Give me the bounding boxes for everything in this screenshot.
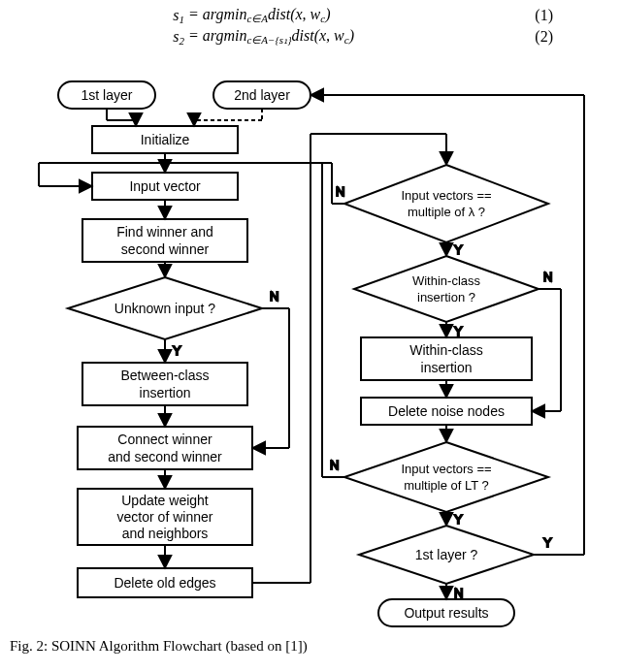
equation-number-2: (2)	[495, 28, 553, 46]
svg-text:2nd layer: 2nd layer	[234, 87, 290, 103]
equation-2: s2 = argminc∈A−{s₁}dist(x, wc) (2)	[68, 27, 553, 47]
node-delete-noise: Delete noise nodes	[361, 398, 532, 425]
svg-text:Between-class: Between-class	[120, 368, 209, 383]
node-first-layer: 1st layer	[58, 81, 155, 109]
svg-text:and second winner: and second winner	[108, 449, 222, 464]
node-input-vector: Input vector	[92, 173, 238, 200]
svg-marker-36	[344, 442, 548, 512]
equation-1: s1 = argminc∈Adist(x, wc) (1)	[68, 6, 553, 25]
svg-text:Initialize: Initialize	[141, 132, 190, 147]
node-between-class-insertion: Between-class insertion	[82, 363, 247, 405]
svg-text:insertion ?: insertion ?	[417, 290, 475, 304]
svg-text:Delete noise nodes: Delete noise nodes	[388, 403, 505, 419]
svg-text:Y: Y	[173, 343, 181, 358]
svg-text:Within-class: Within-class	[412, 273, 481, 288]
node-second-layer: 2nd layer	[213, 81, 310, 109]
node-within-class-question: Within-class insertion ?	[354, 256, 539, 322]
node-output-results: Output results	[378, 599, 514, 626]
svg-text:N: N	[336, 184, 344, 199]
node-initialize: Initialize	[92, 126, 238, 153]
svg-text:Y: Y	[454, 324, 463, 338]
node-multiple-of-lambda: Input vectors == multiple of λ ?	[344, 165, 548, 242]
svg-text:Unknown input ?: Unknown input ?	[114, 301, 216, 316]
node-update-weight: Update weight vector of winner and neigh…	[78, 489, 252, 545]
svg-text:1st layer: 1st layer	[82, 87, 133, 103]
node-first-layer-question: 1st layer ?	[359, 526, 534, 584]
svg-text:multiple of λ ?: multiple of λ ?	[408, 205, 485, 219]
node-find-winner: Find winner and second winner	[82, 219, 247, 262]
svg-text:Y: Y	[543, 535, 552, 550]
svg-text:Input vectors ==: Input vectors ==	[401, 462, 491, 476]
svg-text:Find winner and: Find winner and	[116, 224, 213, 240]
svg-text:multiple of LT ?: multiple of LT ?	[404, 478, 489, 493]
svg-text:insertion: insertion	[421, 360, 473, 375]
node-connect-winner: Connect winner and second winner	[78, 427, 252, 469]
equation-number-1: (1)	[495, 7, 553, 24]
node-unknown-input: Unknown input ?	[68, 277, 262, 339]
svg-text:Input vectors ==: Input vectors ==	[401, 188, 491, 203]
svg-text:Input vector: Input vector	[129, 178, 200, 194]
svg-text:N: N	[454, 586, 463, 600]
svg-text:N: N	[330, 458, 339, 472]
node-within-class-insertion: Within-class insertion	[361, 337, 532, 380]
svg-text:1st layer ?: 1st layer ?	[415, 547, 478, 562]
svg-text:Output results: Output results	[404, 605, 488, 621]
svg-text:Y: Y	[454, 512, 463, 527]
svg-text:vector of winner: vector of winner	[117, 509, 213, 525]
svg-text:Update weight: Update weight	[121, 493, 209, 508]
svg-marker-25	[344, 165, 548, 242]
svg-text:insertion: insertion	[140, 385, 191, 400]
equations-block: s1 = argminc∈Adist(x, wc) (1) s2 = argmi…	[68, 6, 553, 47]
svg-text:Within-class: Within-class	[409, 342, 482, 358]
node-multiple-of-lt: Input vectors == multiple of LT ?	[344, 442, 548, 512]
svg-text:Connect winner: Connect winner	[117, 432, 212, 447]
svg-text:N: N	[270, 289, 278, 304]
svg-text:N: N	[543, 270, 552, 284]
svg-text:Delete old edges: Delete old edges	[114, 575, 215, 591]
flowchart: 1st layer 2nd layer Initialize Input vec…	[19, 76, 602, 632]
svg-text:second winner: second winner	[121, 241, 210, 257]
figure-caption: Fig. 2: SOINN Algorithm Flowchart (based…	[10, 638, 611, 655]
svg-text:and neighbors: and neighbors	[122, 526, 209, 541]
svg-marker-28	[354, 256, 539, 322]
node-delete-old-edges: Delete old edges	[78, 568, 252, 597]
svg-text:Y: Y	[454, 242, 463, 257]
